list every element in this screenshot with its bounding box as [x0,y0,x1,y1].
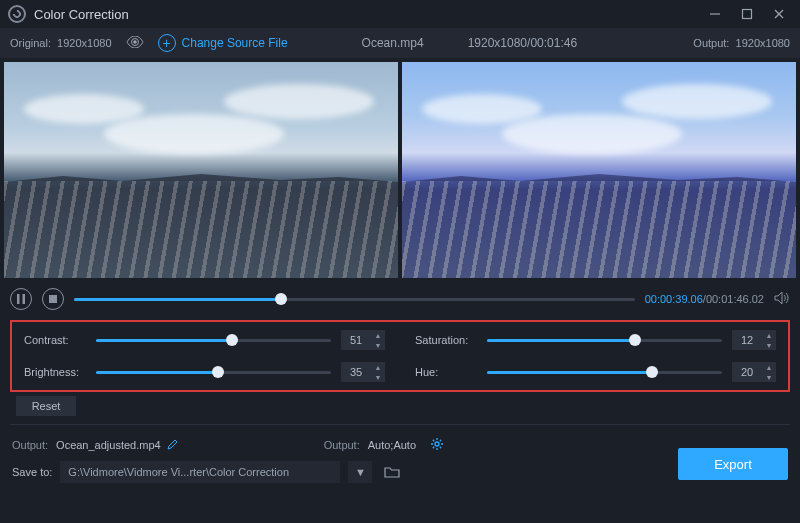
hue-slider[interactable] [487,365,722,379]
window-title: Color Correction [34,7,129,22]
saturation-slider[interactable] [487,333,722,347]
svg-rect-7 [49,295,57,303]
svg-point-4 [133,40,137,44]
down-arrow-icon[interactable]: ▼ [762,340,776,350]
playback-controls: 00:00:39.06/00:01:46.02 [0,284,800,314]
svg-point-8 [435,442,439,446]
stop-button[interactable] [42,288,64,310]
output-format-label: Output: [324,439,360,451]
output-filename: Ocean_adjusted.mp4 [56,439,178,452]
contrast-label: Contrast: [24,334,86,346]
preview-row [0,58,800,278]
contrast-spinner[interactable]: 51 ▲▼ [341,330,385,350]
save-to-label: Save to: [12,466,52,478]
hue-row: Hue: 20 ▲▼ [415,362,776,382]
saturation-label: Saturation: [415,334,477,346]
hue-label: Hue: [415,366,477,378]
down-arrow-icon[interactable]: ▼ [762,372,776,382]
up-arrow-icon[interactable]: ▲ [371,362,385,372]
output-format-value: Auto;Auto [368,439,416,451]
reset-button[interactable]: Reset [16,396,76,416]
plus-circle-icon: + [158,34,176,52]
preview-corrected [402,62,796,278]
save-path-dropdown[interactable]: ▼ [348,461,372,483]
open-folder-button[interactable] [380,461,404,483]
volume-icon[interactable] [774,291,790,308]
color-sliders-panel: Contrast: 51 ▲▼ Saturation: 12 ▲▼ Bright… [10,320,790,392]
app-logo-icon [8,5,26,23]
settings-gear-icon[interactable] [430,437,444,453]
svg-rect-5 [17,294,20,304]
edit-icon[interactable] [167,439,178,452]
playback-timeline[interactable] [74,292,635,306]
saturation-spinner[interactable]: 12 ▲▼ [732,330,776,350]
maximize-button[interactable] [734,4,760,24]
preview-toggle-icon[interactable] [126,36,144,51]
close-button[interactable] [766,4,792,24]
contrast-row: Contrast: 51 ▲▼ [24,330,385,350]
svg-rect-6 [23,294,26,304]
brightness-slider[interactable] [96,365,331,379]
minimize-button[interactable] [702,4,728,24]
svg-rect-1 [743,10,752,19]
preview-original [4,62,398,278]
original-resolution: Original: 1920x1080 [10,37,112,49]
brightness-spinner[interactable]: 35 ▲▼ [341,362,385,382]
output-file-row: Output: Ocean_adjusted.mp4 Output: Auto;… [0,433,800,457]
window-controls [702,4,792,24]
down-arrow-icon[interactable]: ▼ [371,372,385,382]
hue-spinner[interactable]: 20 ▲▼ [732,362,776,382]
output-resolution: Output: 1920x1080 [693,37,790,49]
saturation-row: Saturation: 12 ▲▼ [415,330,776,350]
brightness-label: Brightness: [24,366,86,378]
source-filename: Ocean.mp4 [362,36,424,50]
divider [10,424,790,425]
resolution-duration: 1920x1080/00:01:46 [468,36,577,50]
up-arrow-icon[interactable]: ▲ [762,362,776,372]
timecode: 00:00:39.06/00:01:46.02 [645,293,764,305]
up-arrow-icon[interactable]: ▲ [371,330,385,340]
contrast-slider[interactable] [96,333,331,347]
save-path[interactable]: G:\Vidmore\Vidmore Vi...rter\Color Corre… [60,461,340,483]
output-file-label: Output: [12,439,48,451]
titlebar: Color Correction [0,0,800,28]
brightness-row: Brightness: 35 ▲▼ [24,362,385,382]
info-bar: Original: 1920x1080 + Change Source File… [0,28,800,58]
up-arrow-icon[interactable]: ▲ [762,330,776,340]
save-row: Save to: G:\Vidmore\Vidmore Vi...rter\Co… [0,457,800,487]
pause-button[interactable] [10,288,32,310]
change-source-button[interactable]: + Change Source File [158,34,288,52]
down-arrow-icon[interactable]: ▼ [371,340,385,350]
